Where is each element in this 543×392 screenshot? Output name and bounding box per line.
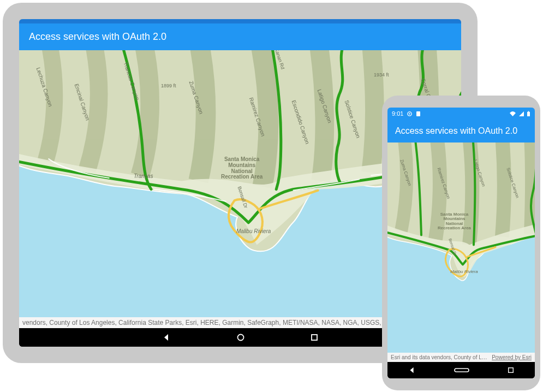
tablet-app-title: Access services with OAuth 2.0 xyxy=(29,31,166,42)
svg-rect-2 xyxy=(312,335,317,340)
svg-rect-5 xyxy=(416,111,420,116)
svg-point-1 xyxy=(238,335,244,341)
phone-screen: 9:01 xyxy=(387,108,535,378)
phone-map-label-smm-nra: Santa Monica Mountains National Recreati… xyxy=(438,212,471,231)
svg-rect-6 xyxy=(527,112,530,116)
map-label-trancas: Trancas xyxy=(134,173,153,179)
nav-back-icon[interactable] xyxy=(408,366,416,374)
phone-attribution-left: Esri and its data vendors, County of Los… xyxy=(391,354,487,360)
phone-attribution-esri-link[interactable]: Powered by Esri xyxy=(492,354,532,360)
phone-attribution: Esri and its data vendors, County of Los… xyxy=(387,353,535,362)
svg-point-4 xyxy=(409,113,410,114)
phone-device-frame: 9:01 xyxy=(382,96,540,390)
tablet-app-bar: Access services with OAuth 2.0 xyxy=(19,23,461,50)
phone-status-time: 9:01 xyxy=(392,110,403,117)
phone-map-view[interactable]: Zuma Canyon Ramirez Canyon Latigo Canyon… xyxy=(387,142,535,353)
nav-recent-icon[interactable] xyxy=(311,334,318,341)
nav-recent-icon[interactable] xyxy=(508,367,514,373)
tablet-status-bar xyxy=(19,19,461,23)
phone-map-label-malibu-riviera: Malibu Riviera xyxy=(450,269,478,274)
nav-home-icon[interactable] xyxy=(454,366,469,374)
phone-android-navbar xyxy=(387,362,535,378)
map-label-malibu-riviera: Malibu Riviera xyxy=(236,228,271,234)
phone-app-bar: Access services with OAuth 2.0 xyxy=(387,120,535,142)
svg-rect-10 xyxy=(509,368,514,373)
battery-icon xyxy=(527,111,530,117)
signal-icon xyxy=(518,111,524,117)
page-icon xyxy=(416,111,421,117)
phone-app-title: Access services with OAuth 2.0 xyxy=(395,126,517,135)
debug-icon xyxy=(407,111,413,117)
nav-back-icon[interactable] xyxy=(162,333,171,342)
nav-home-icon[interactable] xyxy=(236,333,245,342)
phone-status-bar: 9:01 xyxy=(387,108,535,120)
svg-rect-7 xyxy=(528,111,529,112)
wifi-icon xyxy=(509,111,516,117)
map-label-smm-nra: Santa Monica Mountains National Recreati… xyxy=(221,157,262,180)
phone-app: 9:01 xyxy=(387,108,535,362)
map-label-el-1934: 1934 ft xyxy=(374,72,389,78)
svg-rect-9 xyxy=(455,369,469,372)
map-label-el-1899: 1899 ft xyxy=(161,83,176,88)
